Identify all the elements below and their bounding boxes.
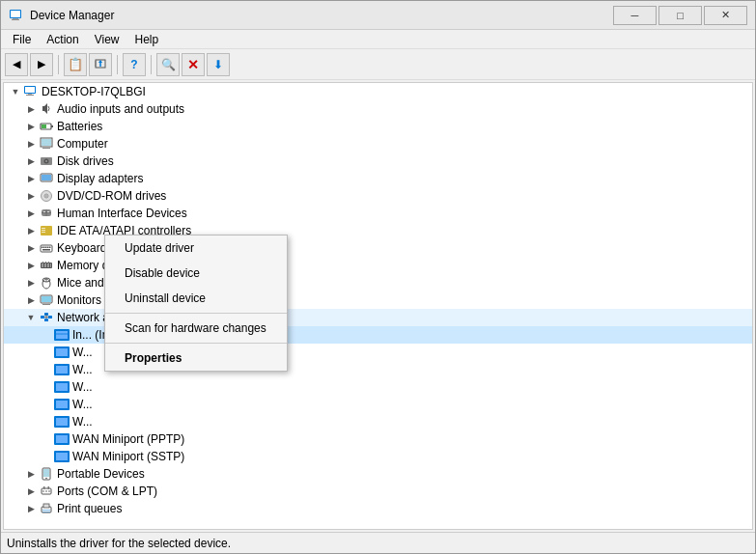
svg-rect-36 (42, 230, 45, 231)
ctx-properties[interactable]: Properties (105, 346, 287, 371)
svg-point-89 (42, 490, 44, 492)
portable-expand[interactable]: ▶ (23, 466, 39, 482)
svg-rect-44 (42, 249, 50, 251)
tree-item-batteries[interactable]: ▶ Batteries (4, 118, 752, 135)
tree-item-hid[interactable]: ▶ Human Interface Devices (4, 205, 752, 222)
computer-expand[interactable]: ▶ (23, 136, 39, 152)
display-expand[interactable]: ▶ (23, 171, 39, 186)
svg-rect-17 (42, 139, 51, 146)
nic1-icon (54, 327, 70, 343)
batteries-expand[interactable]: ▶ (23, 119, 39, 134)
svg-rect-11 (26, 95, 34, 96)
svg-rect-49 (50, 263, 51, 267)
svg-point-90 (45, 490, 47, 492)
audio-icon (39, 101, 54, 117)
batteries-label: Batteries (57, 120, 102, 133)
print-label: Print queues (57, 502, 122, 515)
svg-rect-15 (42, 125, 46, 128)
svg-rect-51 (45, 262, 46, 263)
maximize-button[interactable]: □ (658, 6, 702, 25)
svg-rect-80 (56, 418, 68, 426)
nic2-icon (54, 345, 70, 360)
svg-rect-38 (41, 245, 52, 252)
dvd-expand[interactable]: ▶ (23, 188, 39, 204)
window-icon (9, 8, 24, 23)
root-expand[interactable]: ▼ (8, 84, 23, 99)
network-icon (39, 310, 54, 325)
svg-rect-74 (56, 366, 68, 374)
print-expand[interactable]: ▶ (23, 501, 39, 516)
menu-help[interactable]: Help (127, 31, 167, 48)
computer-label: Computer (57, 137, 108, 151)
keyboards-icon (39, 240, 54, 256)
memory-expand[interactable]: ▶ (23, 258, 39, 273)
svg-rect-62 (48, 316, 52, 319)
tree-item-disk[interactable]: ▶ Disk drives (4, 152, 752, 170)
tree-item-print[interactable]: ▶ Print queues (4, 500, 752, 517)
ctx-disable-device-label: Disable device (125, 266, 200, 280)
nic4-icon (54, 379, 70, 395)
hid-expand[interactable]: ▶ (23, 206, 39, 221)
ctx-update-driver[interactable]: Update driver (105, 235, 287, 261)
forward-button[interactable]: ▶ (30, 53, 53, 76)
tree-item-audio[interactable]: ▶ Audio inputs and outputs (4, 100, 752, 118)
tree-item-display[interactable]: ▶ Display adapters (4, 170, 752, 187)
tree-item-dvd[interactable]: ▶ DVD/CD-ROM drives (4, 187, 752, 205)
ctx-uninstall-device[interactable]: Uninstall device (105, 286, 287, 311)
wan-sstp-label: WAN Miniport (SSTP) (72, 450, 184, 463)
svg-rect-95 (43, 504, 49, 508)
menu-file[interactable]: File (5, 31, 39, 48)
close-button[interactable]: ✕ (704, 6, 747, 25)
keyboards-expand[interactable]: ▶ (23, 240, 39, 256)
ports-expand[interactable]: ▶ (23, 484, 39, 499)
nic2-label: W... (72, 346, 93, 359)
help-button[interactable]: ? (123, 53, 146, 76)
svg-rect-46 (42, 263, 43, 267)
memory-icon (39, 258, 54, 273)
nic3-icon (54, 362, 70, 377)
update-driver-button[interactable] (89, 53, 112, 76)
disk-icon (39, 153, 54, 169)
ctx-scan-hardware[interactable]: Scan for hardware changes (105, 316, 287, 341)
tree-item-wan-sstp[interactable]: ▶ WAN Miniport (SSTP) (4, 448, 752, 465)
ports-label: Ports (COM & LPT) (57, 485, 157, 498)
disk-expand[interactable]: ▶ (23, 153, 39, 169)
ctx-scan-hardware-label: Scan for hardware changes (125, 321, 266, 335)
tree-item-nic-4[interactable]: ▶ W... (4, 378, 752, 396)
tree-item-computer[interactable]: ▶ Computer (4, 135, 752, 152)
back-button[interactable]: ◀ (5, 53, 28, 76)
svg-rect-42 (47, 247, 49, 249)
tree-item-nic-6[interactable]: ▶ W... (4, 413, 752, 430)
ctx-disable-device[interactable]: Disable device (105, 261, 287, 286)
menu-action[interactable]: Action (39, 31, 86, 48)
network-expand[interactable]: ▼ (23, 310, 39, 325)
svg-rect-9 (25, 87, 35, 93)
menu-view[interactable]: View (87, 31, 127, 48)
dvd-label: DVD/CD-ROM drives (57, 189, 166, 203)
properties-button[interactable]: 📋 (64, 53, 87, 76)
tree-root[interactable]: ▼ DESKTOP-I7QLBGI (4, 83, 752, 100)
monitors-expand[interactable]: ▶ (23, 292, 39, 308)
ctx-separator-1 (105, 313, 287, 314)
tree-item-portable[interactable]: ▶ Portable Devices (4, 465, 752, 483)
toolbar-separator-3 (151, 55, 152, 74)
tree-item-wan-pptp[interactable]: ▶ WAN Miniport (PPTP) (4, 430, 752, 448)
ide-expand[interactable]: ▶ (23, 223, 39, 238)
tree-item-ports[interactable]: ▶ Ports (COM & LPT) (4, 483, 752, 500)
audio-expand[interactable]: ▶ (23, 101, 39, 117)
remove-device-button[interactable]: ⬇ (207, 53, 230, 76)
window-controls: ─ □ ✕ (613, 6, 747, 25)
scan-changes-button[interactable]: 🔍 (156, 53, 180, 76)
svg-rect-14 (51, 125, 53, 127)
svg-rect-82 (56, 435, 68, 443)
menu-bar: File Action View Help (1, 30, 755, 49)
tree-item-nic-5[interactable]: ▶ W... (4, 396, 752, 413)
minimize-button[interactable]: ─ (613, 6, 657, 25)
add-legacy-button[interactable]: ✕ (182, 53, 205, 76)
root-label: DESKTOP-I7QLBGI (42, 85, 146, 98)
print-icon (39, 501, 54, 516)
mice-expand[interactable]: ▶ (23, 275, 39, 291)
svg-rect-41 (45, 247, 47, 249)
monitors-icon (39, 292, 54, 308)
main-area: ▼ DESKTOP-I7QLBGI ▶ (1, 80, 755, 532)
